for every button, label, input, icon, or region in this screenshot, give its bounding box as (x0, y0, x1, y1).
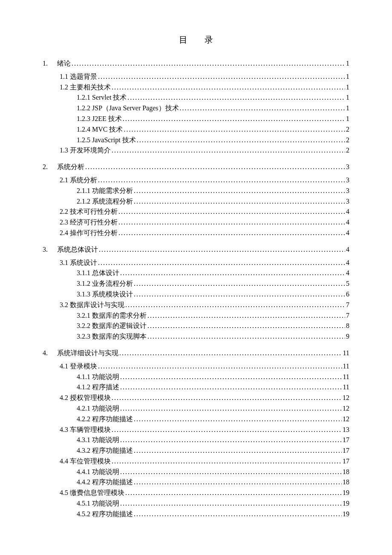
toc-entry-label: 4.5.1 功能说明 (77, 498, 119, 509)
toc-entry-label: 4.3.2 程序功能描述 (77, 446, 133, 456)
toc-entry-page: 11 (343, 382, 349, 393)
toc-entry: 3.2 数据库设计与实现7 (43, 300, 349, 311)
toc-entry-title: 功能说明 (92, 500, 119, 507)
toc-entry-number: 2.3 (60, 219, 68, 226)
toc-leader-dots (120, 382, 342, 393)
toc-entry-number: 1.2.4 (77, 126, 90, 133)
toc-entry-label: 3.1 系统设计 (60, 258, 97, 268)
toc-entry: 4.4.1 功能说明18 (43, 467, 349, 477)
toc-leader-dots (120, 268, 345, 279)
toc-entry-page: 12 (343, 403, 349, 414)
toc-entry-title: JSP（Java Server Pages）技术 (92, 104, 179, 112)
toc-entry-label: 4.4.2 程序功能描述 (77, 477, 133, 488)
toc-entry-page: 4 (346, 268, 349, 279)
toc-entry-label: 3.2.2 数据库的逻辑设计 (77, 321, 147, 331)
toc-entry-number: 3.2.1 (77, 312, 90, 319)
toc-entry: 2.1.1 功能需求分析3 (43, 186, 349, 196)
toc-entry: 4.5 缴费信息管理模块19 (43, 488, 349, 498)
toc-entry-title: 功能说明 (92, 373, 119, 380)
toc-entry: 4.5.1 功能说明19 (43, 498, 349, 509)
toc-entry-number: 2. (43, 162, 57, 173)
toc-entry-page: 4 (346, 258, 349, 268)
toc-entry-label: 4.2.2 程序功能描述 (77, 414, 133, 425)
toc-entry-title: 绪论 (57, 60, 71, 67)
toc-leader-dots (134, 279, 345, 289)
toc-entry-number: 4.4.1 (77, 468, 90, 475)
toc-entry-page: 19 (343, 509, 349, 520)
toc-entry: 2.1.2 系统流程分析3 (43, 196, 349, 207)
toc-entry: 3.1.1 总体设计4 (43, 268, 349, 279)
toc-leader-dots (72, 58, 345, 69)
toc-leader-dots (147, 311, 345, 321)
toc-entry-label: 4.1.2 程序描述 (77, 382, 119, 393)
toc-leader-dots (120, 372, 342, 382)
toc-entry-title: 程序描述 (92, 383, 119, 391)
toc-entry-number: 3.1 (60, 259, 68, 266)
toc-entry-number: 1.2.3 (77, 115, 90, 122)
toc-entry-number: 4.5.2 (77, 510, 90, 518)
toc-entry-title: 程序功能描述 (92, 510, 133, 518)
toc-entry-title: 总体设计 (92, 269, 119, 276)
toc-entry-title: 系统设计 (70, 259, 97, 266)
toc-entry-title: MVC 技术 (92, 126, 123, 133)
toc-entry: 4.系统详细设计与实现11 (43, 348, 349, 359)
toc-entry-title: 授权管理模块 (70, 394, 111, 401)
toc-entry-number: 1.2.5 (77, 136, 90, 144)
toc-leader-dots (112, 425, 342, 435)
toc-entry-label: 3.2.3 数据库的实现脚本 (77, 331, 147, 342)
toc-entry-number: 2.2 (60, 208, 68, 215)
toc-entry-label: 3.1.3 系统模块设计 (77, 289, 133, 300)
toc-entry: 1.2.2 JSP（Java Server Pages）技术1 (43, 103, 349, 114)
toc-entry-title: 技术可行性分析 (70, 208, 118, 215)
toc-entry-page: 3 (346, 175, 349, 186)
toc-entry-title: 系统流程分析 (92, 198, 133, 205)
toc-leader-dots (134, 414, 342, 425)
toc-leader-dots (127, 92, 345, 103)
toc-entry-page: 9 (346, 331, 349, 342)
toc-entry-label: 3.系统总体设计 (43, 244, 98, 255)
toc-leader-dots (112, 393, 342, 403)
toc-entry-title: 系统分析 (70, 176, 97, 184)
toc-entry-label: 1.2.1 Servlet 技术 (77, 92, 127, 103)
toc-entry-page: 1 (346, 72, 349, 82)
toc-entry-number: 4.2 (60, 394, 68, 401)
toc-entry: 1.2.4 MVC 技术2 (43, 124, 349, 135)
toc-entry: 4.3.1 功能说明17 (43, 435, 349, 446)
toc-entry-page: 17 (343, 456, 349, 467)
toc-entry-label: 1.绪论 (43, 58, 71, 69)
toc-entry-title: Servlet 技术 (92, 94, 127, 101)
toc-entry-label: 1.2.4 MVC 技术 (77, 124, 123, 135)
toc-entry: 3.1.3 系统模块设计6 (43, 289, 349, 300)
toc-leader-dots (119, 348, 342, 359)
toc-entry: 1.绪论1 (43, 58, 349, 69)
toc-entry-page: 12 (343, 414, 349, 425)
toc-entry-number: 1.1 (60, 73, 68, 80)
toc-entry-title: JavaScript 技术 (92, 136, 136, 144)
toc-entry-label: 1.2 主要相关技术 (60, 82, 111, 93)
toc-leader-dots (98, 72, 345, 82)
toc-entry-number: 1.3 (60, 147, 68, 154)
toc-entry-page: 4 (346, 244, 349, 255)
toc-entry-number: 4.3.2 (77, 447, 90, 454)
toc-entry-number: 3.1.3 (77, 290, 90, 298)
toc-entry: 4.1.2 程序描述11 (43, 382, 349, 393)
toc-entry: 1.1 选题背景1 (43, 72, 349, 82)
toc-entry-label: 4.1 登录模块 (60, 361, 97, 372)
toc-entry-title: 数据库的实现脚本 (92, 333, 147, 340)
toc-entry: 1.3 开发环境简介2 (43, 145, 349, 156)
toc-entry-title: 功能说明 (92, 436, 119, 443)
toc-entry: 2.3 经济可行性分析4 (43, 217, 349, 228)
toc-entry-label: 4.1.1 功能说明 (77, 372, 119, 382)
toc-leader-dots (118, 207, 345, 217)
toc-entry-page: 3 (346, 186, 349, 196)
toc-entry-number: 4.1.1 (77, 373, 90, 380)
toc-leader-dots (120, 435, 342, 446)
toc-entry-label: 1.2.3 J2EE 技术 (77, 114, 122, 124)
table-of-contents: 1.绪论11.1 选题背景11.2 主要相关技术11.2.1 Servlet 技… (43, 58, 349, 520)
toc-entry-number: 4.2.1 (77, 405, 90, 412)
toc-entry: 3.2.3 数据库的实现脚本9 (43, 331, 349, 342)
toc-entry-number: 4.4.2 (77, 478, 90, 486)
toc-leader-dots (112, 145, 345, 156)
toc-entry-title: 操作可行性分析 (70, 229, 118, 236)
toc-entry-number: 2.1.2 (77, 198, 90, 205)
